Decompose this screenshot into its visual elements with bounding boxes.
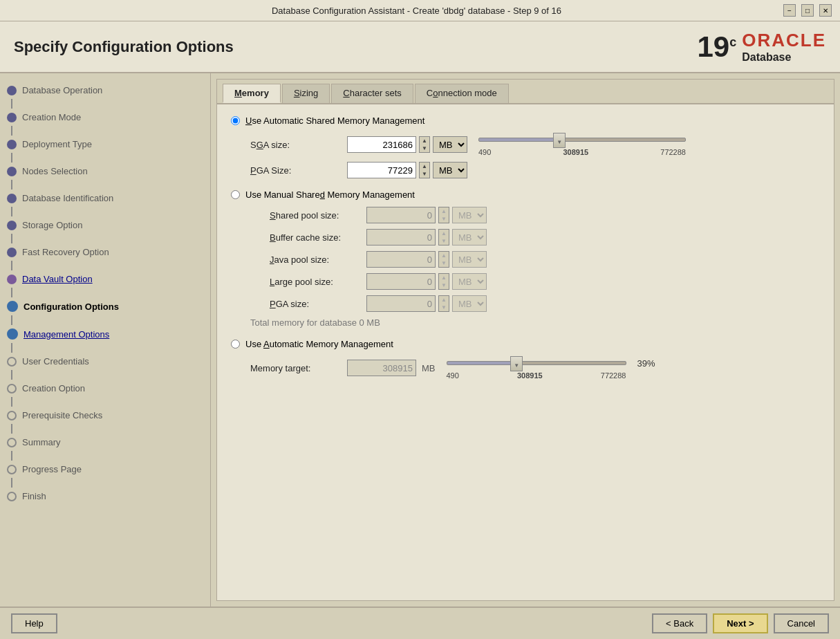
manual-shared-label[interactable]: Use Manual Shared Memory Management (245, 189, 415, 200)
sga-increment[interactable]: ▲ (420, 137, 429, 145)
manual-shared-radio[interactable] (231, 190, 240, 199)
pga-decrement[interactable]: ▼ (420, 170, 429, 178)
auto-memory-slider-labels: 490 308915 772288 (447, 371, 626, 380)
auto-shared-section: Use Automatic Shared Memory Management S… (231, 115, 820, 178)
buffer-cache-decrement: ▼ (439, 237, 449, 245)
help-button[interactable]: Help (11, 613, 57, 633)
auto-shared-label[interactable]: Use Automatic Shared Memory Management (245, 115, 424, 126)
sga-input[interactable] (347, 136, 416, 153)
auto-memory-radio[interactable] (231, 340, 240, 349)
sidebar-label-management-options: Management Options (24, 329, 109, 340)
connector-9 (11, 315, 12, 325)
step-dot-creation-mode (7, 113, 17, 122)
auto-memory-section: Use Automatic Memory Management Memory t… (231, 339, 820, 380)
sidebar-item-deployment-type[interactable]: Deployment Type (0, 136, 210, 153)
sidebar-item-fast-recovery[interactable]: Fast Recovery Option (0, 243, 210, 261)
auto-memory-slider-track (447, 356, 626, 370)
sga-slider-container: 490 308915 772288 (478, 133, 686, 156)
oracle-logo: 19c ORACLE Database (697, 30, 826, 64)
manual-pga-label: PGA size: (270, 299, 366, 309)
pga-spinners: ▲ ▼ (419, 162, 430, 178)
sidebar-item-summary[interactable]: Summary (0, 434, 210, 451)
auto-shared-radio[interactable] (231, 116, 240, 125)
sidebar-item-nodes-selection[interactable]: Nodes Selection (0, 163, 210, 180)
large-pool-decrement: ▼ (439, 281, 449, 289)
java-pool-increment: ▲ (439, 252, 449, 259)
sga-slider-thumb[interactable] (553, 133, 566, 148)
memory-target-row: Memory target: MB (231, 356, 820, 380)
connector-8 (11, 288, 12, 297)
sidebar-label-finish: Finish (22, 491, 46, 501)
memory-target-label: Memory target: (250, 363, 347, 373)
manual-pga-input (366, 295, 436, 312)
sga-slider-bar (478, 138, 686, 142)
sga-label: SGA size: (250, 140, 347, 150)
total-memory-label: Total memory for database 0 MB (231, 317, 820, 328)
sidebar-item-prerequisite-checks[interactable]: Prerequisite Checks (0, 407, 210, 424)
sga-unit[interactable]: MB GB (433, 136, 467, 153)
sidebar: Database Operation Creation Mode Deploym… (0, 73, 211, 606)
tab-character-sets[interactable]: Character sets (331, 84, 413, 103)
sidebar-item-user-credentials[interactable]: User Credentials (0, 353, 210, 370)
title-bar: Database Configuration Assistant - Creat… (0, 0, 840, 21)
memory-target-unit: MB (422, 363, 436, 373)
auto-memory-label[interactable]: Use Automatic Memory Management (245, 339, 393, 349)
pga-spinner-group: ▲ ▼ MB GB (347, 162, 467, 178)
shared-pool-decrement: ▼ (439, 215, 449, 223)
sidebar-label-data-vault: Data Vault Option (22, 274, 93, 284)
connector-7 (11, 261, 12, 270)
next-button[interactable]: Next > (713, 613, 767, 633)
sga-spinner-group: ▲ ▼ MB GB (347, 136, 467, 153)
sidebar-item-creation-option[interactable]: Creation Option (0, 380, 210, 397)
header: Specify Configuration Options 19c ORACLE… (0, 21, 840, 73)
body: Database Operation Creation Mode Deploym… (0, 73, 840, 606)
step-dot-storage-option (7, 221, 17, 230)
manual-pga-spinners: ▲ ▼ (438, 295, 449, 312)
sidebar-label-creation-option: Creation Option (22, 383, 85, 393)
pga-unit[interactable]: MB GB (433, 162, 467, 178)
sidebar-item-configuration-options[interactable]: Configuration Options (0, 297, 210, 315)
buffer-cache-label: Buffer cache size: (270, 232, 366, 243)
maximize-button[interactable]: □ (801, 4, 814, 17)
shared-pool-increment: ▲ (439, 207, 449, 215)
minimize-button[interactable]: − (783, 4, 796, 17)
pga-increment[interactable]: ▲ (420, 163, 429, 170)
step-dot-database-identification (7, 194, 17, 203)
sidebar-label-progress-page: Progress Page (22, 464, 82, 474)
auto-memory-slider-current: 308915 (517, 371, 543, 380)
sidebar-item-progress-page[interactable]: Progress Page (0, 461, 210, 478)
auto-memory-slider-container: 39% 490 308915 772288 (447, 356, 821, 380)
shared-pool-unit: MB (452, 207, 487, 223)
manual-fields: Shared pool size: ▲ ▼ MB (231, 207, 820, 312)
step-dot-progress-page (7, 465, 17, 474)
sidebar-item-finish[interactable]: Finish (0, 488, 210, 505)
content-panel: Memory Sizing Character sets Connection … (216, 79, 834, 601)
sga-slider-current: 308915 (563, 148, 588, 156)
sidebar-label-fast-recovery: Fast Recovery Option (22, 247, 109, 257)
sidebar-item-database-identification[interactable]: Database Identification (0, 189, 210, 207)
close-button[interactable]: ✕ (819, 4, 832, 17)
sga-decrement[interactable]: ▼ (420, 145, 429, 152)
sidebar-item-management-options[interactable]: Management Options (0, 325, 210, 343)
connector-10 (11, 343, 12, 353)
pga-input[interactable] (347, 162, 416, 178)
shared-pool-input (366, 207, 436, 223)
sidebar-item-database-operation[interactable]: Database Operation (0, 82, 210, 99)
java-pool-spinners: ▲ ▼ (438, 251, 449, 268)
manual-pga-increment: ▲ (439, 296, 449, 304)
cancel-button[interactable]: Cancel (774, 613, 829, 633)
tab-connection-mode[interactable]: Connection mode (415, 84, 509, 103)
footer-left: Help (11, 613, 57, 633)
tab-memory[interactable]: Memory (223, 84, 281, 103)
manual-shared-section: Use Manual Shared Memory Management Shar… (231, 189, 820, 328)
sidebar-item-data-vault[interactable]: Data Vault Option (0, 270, 210, 288)
memory-tab-content: Use Automatic Shared Memory Management S… (217, 104, 834, 600)
connector-5 (11, 207, 12, 216)
sidebar-item-storage-option[interactable]: Storage Option (0, 216, 210, 234)
back-button[interactable]: < Back (652, 613, 707, 633)
page-title: Specify Configuration Options (14, 38, 234, 56)
oracle-version-number: 19c (697, 30, 736, 63)
sidebar-item-creation-mode[interactable]: Creation Mode (0, 109, 210, 126)
shared-pool-spinners: ▲ ▼ (438, 207, 449, 223)
tab-sizing[interactable]: Sizing (282, 84, 330, 103)
